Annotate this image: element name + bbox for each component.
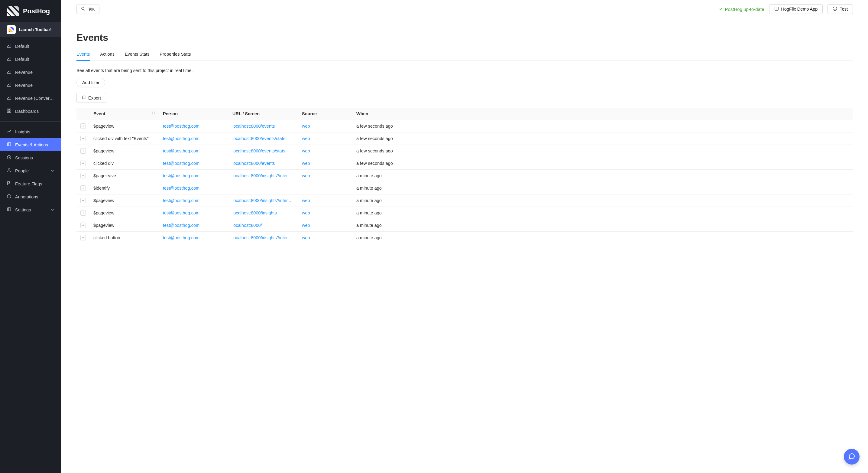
- expand-row-button[interactable]: [81, 223, 86, 228]
- brand-logo[interactable]: PostHog: [0, 0, 61, 22]
- cell-source[interactable]: web: [298, 207, 353, 219]
- sidebar-item-events-actions[interactable]: Events & Actions: [0, 138, 61, 151]
- add-filter-button[interactable]: Add filter: [76, 78, 105, 87]
- sidebar-item-people[interactable]: People: [0, 164, 61, 177]
- cell-source[interactable]: web: [298, 170, 353, 182]
- cell-source[interactable]: web: [298, 132, 353, 145]
- expand-row-button[interactable]: [81, 148, 86, 154]
- col-url[interactable]: URL / Screen: [229, 108, 298, 120]
- cell-url[interactable]: localhost:8000/events: [229, 157, 298, 170]
- cell-url[interactable]: [229, 182, 298, 195]
- events-table: Event Person URL / Screen Source When $p…: [76, 108, 853, 244]
- sidebar-item-feature-flags[interactable]: Feature Flags: [0, 177, 61, 190]
- svg-point-16: [9, 197, 9, 198]
- tab-events-stats[interactable]: Events Stats: [125, 51, 149, 61]
- tab-events[interactable]: Events: [76, 51, 90, 61]
- sidebar-item-label: Revenue (Conversi...: [15, 96, 55, 101]
- events-icon: [7, 142, 11, 148]
- sidebar-item-sessions[interactable]: Sessions: [0, 151, 61, 164]
- cell-source[interactable]: web: [298, 219, 353, 232]
- expand-row-button[interactable]: [81, 173, 86, 178]
- sidebar-item-insights[interactable]: Insights: [0, 125, 61, 138]
- svg-rect-9: [7, 143, 11, 146]
- user-menu-button[interactable]: Test: [828, 4, 853, 14]
- cell-when: a minute ago: [353, 207, 853, 219]
- smile-icon: [833, 6, 837, 12]
- tab-actions[interactable]: Actions: [100, 51, 115, 61]
- sidebar-item-label: Revenue: [15, 83, 33, 88]
- col-when[interactable]: When: [353, 108, 853, 120]
- launch-toolbar-button[interactable]: Launch Toolbar!: [0, 22, 61, 37]
- sidebar-item-label: Dashboards: [15, 109, 39, 114]
- cell-url[interactable]: localhost:8000/events/stats: [229, 132, 298, 145]
- table-row: clicked div test@posthog.com localhost:8…: [76, 157, 853, 170]
- cell-when: a minute ago: [353, 219, 853, 232]
- topbar: ⌘K PostHog up-to-date HogFlix Demo App T…: [61, 0, 868, 14]
- cell-source[interactable]: web: [298, 157, 353, 170]
- chart-icon: [7, 43, 11, 49]
- cell-when: a few seconds ago: [353, 145, 853, 157]
- search-icon: [81, 7, 85, 12]
- expand-row-button[interactable]: [81, 198, 86, 203]
- main-content: ⌘K PostHog up-to-date HogFlix Demo App T…: [61, 0, 868, 473]
- svg-line-29: [154, 114, 155, 115]
- table-row: $pageview test@posthog.com localhost:800…: [76, 195, 853, 207]
- search-icon[interactable]: [152, 111, 156, 116]
- expand-row-button[interactable]: [81, 235, 86, 240]
- cell-person[interactable]: test@posthog.com: [159, 132, 229, 145]
- cell-person[interactable]: test@posthog.com: [159, 120, 229, 132]
- expand-row-button[interactable]: [81, 136, 86, 141]
- expand-row-button[interactable]: [81, 123, 86, 129]
- sidebar-item-default[interactable]: Default: [0, 40, 61, 53]
- col-source[interactable]: Source: [298, 108, 353, 120]
- sidebar-item-revenue-conversi-[interactable]: Revenue (Conversi...: [0, 92, 61, 105]
- col-event[interactable]: Event: [90, 108, 159, 120]
- cell-person[interactable]: test@posthog.com: [159, 232, 229, 244]
- sidebar-item-label: People: [15, 169, 29, 173]
- cell-url[interactable]: localhost:8000/insights?inter...: [229, 232, 298, 244]
- cell-source[interactable]: [298, 182, 353, 195]
- cell-url[interactable]: localhost:8000/: [229, 219, 298, 232]
- chart-icon: [7, 56, 11, 62]
- cell-person[interactable]: test@posthog.com: [159, 182, 229, 195]
- page-content: Events EventsActionsEvents StatsProperti…: [61, 14, 868, 256]
- sidebar-item-default[interactable]: Default: [0, 53, 61, 66]
- project-selector-button[interactable]: HogFlix Demo App: [769, 4, 823, 14]
- cell-source[interactable]: web: [298, 232, 353, 244]
- cell-source[interactable]: web: [298, 145, 353, 157]
- chat-fab-button[interactable]: [844, 449, 860, 465]
- cell-url[interactable]: localhost:8000/insights?inter...: [229, 195, 298, 207]
- search-button[interactable]: ⌘K: [76, 4, 99, 14]
- cell-event: $pageview: [90, 195, 159, 207]
- cell-source[interactable]: web: [298, 120, 353, 132]
- sidebar-item-revenue[interactable]: Revenue: [0, 66, 61, 79]
- cell-url[interactable]: localhost:8000/insights: [229, 207, 298, 219]
- sidebar-item-revenue[interactable]: Revenue: [0, 79, 61, 92]
- sidebar-item-annotations[interactable]: Annotations: [0, 190, 61, 203]
- sidebar-item-settings[interactable]: Settings: [0, 203, 61, 216]
- col-person[interactable]: Person: [159, 108, 229, 120]
- sidebar-item-dashboards[interactable]: Dashboards: [0, 105, 61, 118]
- cell-source[interactable]: web: [298, 195, 353, 207]
- cell-person[interactable]: test@posthog.com: [159, 219, 229, 232]
- cell-person[interactable]: test@posthog.com: [159, 157, 229, 170]
- export-button[interactable]: Export: [76, 93, 106, 103]
- expand-row-button[interactable]: [81, 185, 86, 191]
- expand-row-button[interactable]: [81, 160, 86, 166]
- cell-person[interactable]: test@posthog.com: [159, 207, 229, 219]
- cell-person[interactable]: test@posthog.com: [159, 145, 229, 157]
- cell-when: a few seconds ago: [353, 120, 853, 132]
- tab-properties-stats[interactable]: Properties Stats: [160, 51, 191, 61]
- table-row: $identify test@posthog.com a minute ago: [76, 182, 853, 195]
- cell-person[interactable]: test@posthog.com: [159, 170, 229, 182]
- cell-url[interactable]: localhost:8000/insights?inter...: [229, 170, 298, 182]
- cell-url[interactable]: localhost:8000/events/stats: [229, 145, 298, 157]
- project-icon: [774, 6, 779, 12]
- insights-icon: [7, 129, 11, 135]
- cell-person[interactable]: test@posthog.com: [159, 195, 229, 207]
- person-icon: [7, 168, 11, 174]
- svg-rect-26: [82, 96, 85, 98]
- expand-row-button[interactable]: [81, 210, 86, 216]
- sidebar-item-label: Feature Flags: [15, 181, 42, 186]
- cell-url[interactable]: localhost:8000/events: [229, 120, 298, 132]
